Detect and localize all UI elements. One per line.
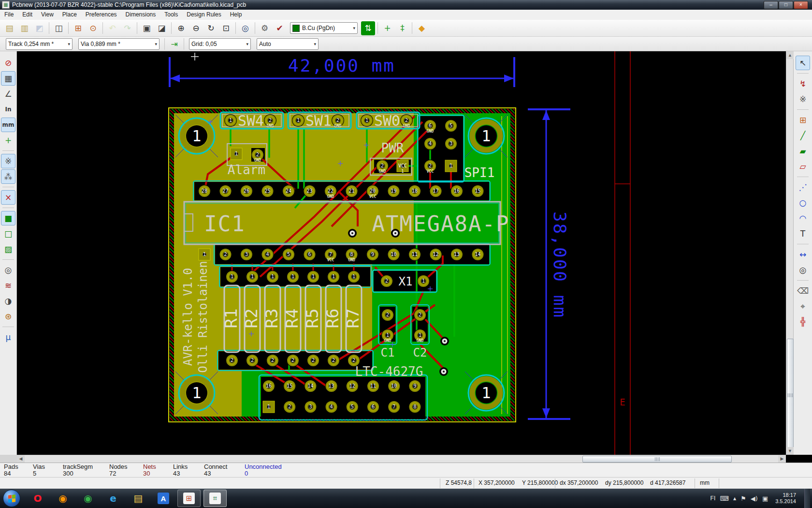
- pcbnew-taskbar-button[interactable]: ⌗: [203, 490, 227, 507]
- pad[interactable]: 27: [219, 185, 232, 197]
- menu-file[interactable]: File: [0, 10, 18, 20]
- select-tool-button[interactable]: ↖: [796, 56, 810, 70]
- page-settings-button[interactable]: ◫: [52, 21, 66, 35]
- pcb-board[interactable]: IC1 ATMEGA8A-P Alarm PWR SPI1 X1 C1 C2 L…: [169, 108, 516, 422]
- pad[interactable]: 1: [263, 401, 275, 413]
- mounting-hole[interactable]: 1: [465, 372, 508, 414]
- layer-selector[interactable]: B.Cu (PgDn) ▾: [290, 22, 358, 34]
- pad[interactable]: 4: [325, 401, 338, 413]
- pad[interactable]: 21: [346, 185, 358, 197]
- pad[interactable]: 6: [304, 248, 316, 261]
- pad[interactable]: 12: [430, 248, 442, 261]
- pad[interactable]: 19: [388, 185, 400, 197]
- action-center-flag-icon[interactable]: ⚑: [740, 495, 746, 502]
- polar-coords-button[interactable]: ∠: [1, 87, 15, 101]
- layer-pair-button[interactable]: ⇅: [361, 21, 375, 35]
- minimize-button[interactable]: –: [764, 1, 778, 9]
- browser-globe-taskbar-button[interactable]: ◉: [77, 490, 99, 507]
- tracks-sketch-button[interactable]: ≋: [1, 278, 15, 293]
- module-editor-button[interactable]: ⊞: [71, 21, 85, 35]
- pad[interactable]: 2: [287, 354, 299, 367]
- pad[interactable]: 2: [307, 354, 319, 367]
- zoom-redraw-button[interactable]: ↻: [204, 21, 218, 35]
- pad[interactable]: 14: [304, 380, 317, 392]
- grid-selector[interactable]: Grid: 0,05 ▾: [189, 38, 251, 50]
- language-indicator[interactable]: FI: [710, 495, 716, 502]
- pad[interactable]: 28: [198, 185, 211, 197]
- new-board-button[interactable]: ▤: [2, 21, 16, 35]
- pad[interactable]: 23: [304, 185, 316, 197]
- vertical-scroll-thumb[interactable]: [787, 339, 794, 448]
- add-line-button[interactable]: ⋰: [796, 180, 810, 194]
- read-netlist-button[interactable]: ⚙: [258, 21, 272, 35]
- show-desktop-button[interactable]: [804, 489, 810, 508]
- find-button[interactable]: ◎: [238, 21, 252, 35]
- pad[interactable]: 1: [307, 270, 319, 283]
- menu-help[interactable]: Help: [226, 10, 246, 20]
- pad[interactable]: 4: [424, 137, 436, 150]
- pad[interactable]: VCC1: [397, 160, 408, 174]
- undo-button[interactable]: ↶: [105, 21, 119, 35]
- highlight-net-button[interactable]: ↯: [796, 76, 810, 91]
- vertical-scrollbar[interactable]: ▲ ▼: [786, 51, 793, 455]
- horizontal-scrollbar[interactable]: ◀ ▶: [17, 455, 786, 463]
- units-inch-button[interactable]: In: [1, 102, 15, 117]
- add-keepout-button[interactable]: ▱: [796, 159, 810, 174]
- zoom-out-button[interactable]: ⊖: [189, 21, 203, 35]
- pad[interactable]: 15: [472, 185, 484, 197]
- media-player-taskbar-button[interactable]: A: [152, 490, 174, 507]
- pad[interactable]: 1: [199, 249, 210, 260]
- pad[interactable]: 18: [408, 185, 421, 197]
- pad[interactable]: 1: [226, 270, 238, 283]
- add-arc-button[interactable]: ◠: [796, 211, 810, 225]
- tray-chevron-icon[interactable]: ▲: [733, 496, 736, 501]
- drc-check-button[interactable]: ✔: [273, 21, 287, 35]
- units-mm-button[interactable]: mm: [1, 118, 15, 132]
- start-button[interactable]: [3, 490, 20, 507]
- menu-edit[interactable]: Edit: [18, 10, 37, 20]
- mounting-hole[interactable]: 1: [175, 372, 218, 414]
- scroll-right-arrow[interactable]: ▶: [778, 455, 786, 463]
- freeroute-button[interactable]: ◆: [415, 21, 429, 35]
- layer-colors-button[interactable]: ⊛: [1, 309, 15, 324]
- pad[interactable]: 2: [219, 248, 232, 261]
- pad[interactable]: 2: [327, 354, 340, 367]
- redo-button[interactable]: ↷: [120, 21, 134, 35]
- auto-track-width-button[interactable]: ⇥: [167, 37, 181, 51]
- pad[interactable]: 13: [325, 380, 338, 392]
- add-zone-button[interactable]: ▰: [796, 144, 810, 158]
- add-footprint-button[interactable]: ⊞: [796, 113, 810, 127]
- pad[interactable]: 25: [261, 185, 274, 197]
- pad[interactable]: 2: [381, 309, 394, 321]
- pad[interactable]: 2: [414, 309, 426, 321]
- cursor-shape-button[interactable]: +: [1, 133, 15, 148]
- menu-preferences[interactable]: Preferences: [81, 10, 121, 20]
- pad[interactable]: 7: [388, 401, 400, 413]
- clock[interactable]: 18:17 3.5.2014: [775, 492, 796, 505]
- pad[interactable]: 5: [282, 248, 295, 261]
- pad[interactable]: 2: [246, 354, 259, 367]
- plot-button[interactable]: ◪: [155, 21, 169, 35]
- microwave-tools-button[interactable]: µ: [1, 330, 15, 344]
- pad[interactable]: 1: [417, 275, 430, 287]
- network-icon[interactable]: ▣: [762, 495, 768, 502]
- pad[interactable]: 1: [266, 270, 279, 283]
- explorer-folder-taskbar-button[interactable]: ▤: [127, 490, 149, 507]
- pad[interactable]: 10: [388, 248, 400, 261]
- track-width-selector[interactable]: Track 0,254 mm * ▾: [6, 38, 72, 50]
- module-viewer-button[interactable]: ⊙: [86, 21, 100, 35]
- via-size-selector[interactable]: Via 0,889 mm * ▾: [78, 38, 160, 50]
- pad[interactable]: 12: [346, 380, 359, 392]
- pad[interactable]: 9: [408, 380, 421, 392]
- pad[interactable]: 1: [327, 270, 340, 283]
- pad[interactable]: 17: [430, 185, 442, 197]
- horizontal-scroll-thumb[interactable]: [582, 456, 732, 463]
- mounting-hole[interactable]: 1: [175, 115, 218, 157]
- pad[interactable]: 8: [408, 401, 421, 413]
- pad[interactable]: 1: [292, 114, 304, 127]
- pad[interactable]: 1: [361, 114, 373, 127]
- zoom-fit-button[interactable]: ⊡: [219, 21, 233, 35]
- menu-design-rules[interactable]: Design Rules: [182, 10, 225, 20]
- pad[interactable]: 1: [246, 270, 259, 283]
- pad[interactable]: 1: [231, 148, 242, 160]
